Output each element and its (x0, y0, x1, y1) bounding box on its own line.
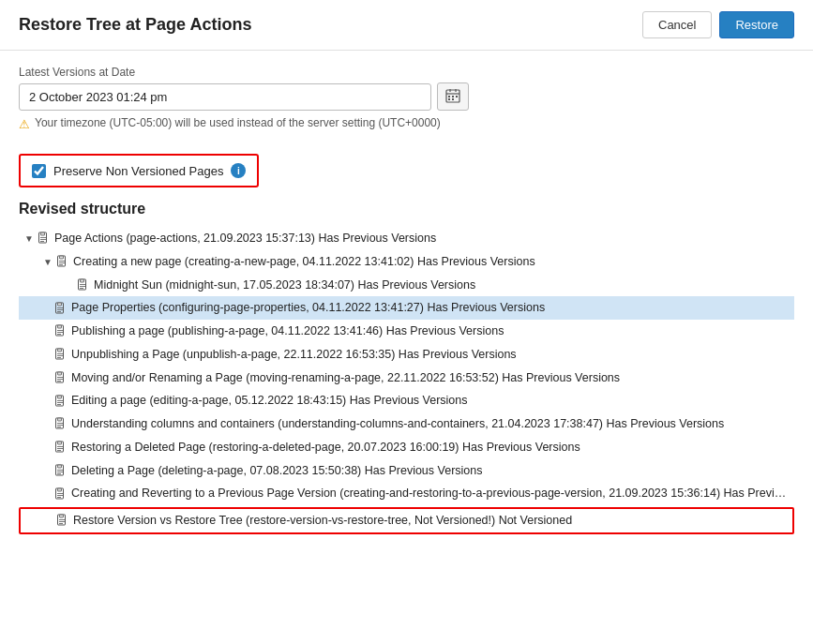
svg-rect-7 (448, 98, 450, 100)
page-icon (54, 324, 68, 337)
svg-rect-45 (58, 396, 62, 398)
tree-text: Restore Version vs Restore Tree (restore… (73, 512, 572, 530)
svg-rect-4 (448, 96, 450, 97)
cancel-button[interactable]: Cancel (642, 11, 712, 38)
tree-text: Page Actions (page-actions, 21.09.2023 1… (54, 230, 436, 247)
date-input[interactable] (19, 83, 431, 111)
tree-text: Page Properties (configuring-page-proper… (71, 299, 545, 317)
svg-rect-30 (58, 325, 62, 328)
tree-text: Publishing a page (publishing-a-page, 04… (71, 322, 504, 340)
page-icon (54, 371, 68, 384)
svg-rect-5 (452, 96, 454, 97)
tree-text: Editing a page (editing-a-page, 05.12.20… (71, 392, 468, 410)
dialog: Restore Tree at Page Actions Cancel Rest… (0, 0, 813, 644)
tree-text: Understanding columns and containers (un… (71, 415, 724, 433)
page-icon (56, 514, 69, 527)
page-icon (54, 302, 68, 315)
tree-item[interactable]: Creating and Reverting to a Previous Pag… (19, 482, 794, 505)
svg-rect-70 (60, 515, 64, 517)
tree-item[interactable]: Unpublishing a Page (unpublish-a-page, 2… (19, 343, 794, 367)
svg-rect-50 (58, 418, 62, 421)
page-icon (54, 464, 68, 477)
dialog-header: Restore Tree at Page Actions Cancel Rest… (0, 0, 813, 51)
preserve-checkbox[interactable] (32, 164, 46, 178)
header-buttons: Cancel Restore (642, 11, 794, 38)
page-icon (56, 255, 69, 268)
timezone-text: Your timezone (UTC-05:00) will be used i… (35, 116, 441, 129)
date-input-row (19, 82, 469, 111)
svg-rect-20 (81, 279, 84, 282)
page-icon (38, 232, 51, 245)
svg-rect-35 (58, 349, 62, 352)
tree-text: Creating and Reverting to a Previous Pag… (71, 485, 790, 502)
warning-icon: ⚠ (19, 117, 30, 131)
tree-item[interactable]: ▼ Creating a new page (creating-a-new-pa… (19, 250, 794, 274)
tree-item[interactable]: Publishing a page (publishing-a-page, 04… (19, 320, 794, 343)
date-section: Latest Versions at Date (19, 66, 794, 131)
dialog-body: Latest Versions at Date (0, 51, 813, 644)
tree-item[interactable]: Deleting a Page (deleting-a-page, 07.08.… (19, 459, 794, 483)
svg-rect-65 (58, 488, 62, 491)
toggle-icon[interactable]: ▼ (23, 232, 36, 245)
svg-rect-40 (58, 372, 62, 375)
tree-item[interactable]: Moving and/or Renaming a Page (moving-re… (19, 367, 794, 390)
preserve-label: Preserve Non Versioned Pages (53, 164, 223, 178)
revised-structure-section: Revised structure ▼ Page Actions (page-a… (19, 201, 794, 534)
svg-rect-15 (60, 256, 64, 259)
date-label: Latest Versions at Date (19, 66, 794, 79)
tree-text: Unpublishing a Page (unpublish-a-page, 2… (71, 346, 517, 364)
tree-item[interactable]: Understanding columns and containers (un… (19, 412, 794, 436)
page-icon (77, 278, 90, 292)
svg-rect-10 (41, 232, 45, 235)
tree-item[interactable]: Page Properties (configuring-page-proper… (19, 296, 794, 320)
tree-item[interactable]: Editing a page (editing-a-page, 05.12.20… (19, 389, 794, 412)
page-icon (54, 417, 68, 430)
svg-rect-25 (58, 303, 62, 306)
tree-container: ▼ Page Actions (page-actions, 21.09.2023… (19, 227, 794, 534)
tree-text: Deleting a Page (deleting-a-page, 07.08.… (71, 462, 482, 480)
info-icon[interactable]: i (231, 163, 246, 178)
tree-text: Creating a new page (creating-a-new-page… (73, 253, 535, 271)
section-title: Revised structure (19, 201, 794, 217)
tree-item[interactable]: Midnight Sun (midnight-sun, 17.05.2023 1… (19, 274, 794, 297)
tree-item[interactable]: Restoring a Deleted Page (restoring-a-de… (19, 436, 794, 459)
svg-rect-6 (456, 96, 458, 97)
page-icon (54, 441, 68, 454)
page-icon (54, 348, 68, 361)
svg-rect-60 (58, 465, 62, 468)
tree-text: Moving and/or Renaming a Page (moving-re… (71, 369, 620, 387)
calendar-button[interactable] (437, 82, 469, 111)
timezone-notice: ⚠ Your timezone (UTC-05:00) will be used… (19, 116, 469, 131)
tree-text: Midnight Sun (midnight-sun, 17.05.2023 1… (94, 277, 475, 294)
tree-item[interactable]: Restore Version vs Restore Tree (restore… (19, 507, 794, 534)
page-icon (54, 395, 68, 408)
preserve-checkbox-container: Preserve Non Versioned Pages i (19, 154, 259, 187)
restore-button[interactable]: Restore (719, 11, 794, 38)
tree-item[interactable]: ▼ Page Actions (page-actions, 21.09.2023… (19, 227, 794, 250)
svg-rect-8 (452, 98, 454, 100)
toggle-icon[interactable]: ▼ (41, 255, 54, 268)
page-icon (54, 487, 68, 501)
tree-text: Restoring a Deleted Page (restoring-a-de… (71, 439, 580, 457)
dialog-title: Restore Tree at Page Actions (19, 15, 251, 35)
svg-rect-55 (58, 442, 62, 444)
